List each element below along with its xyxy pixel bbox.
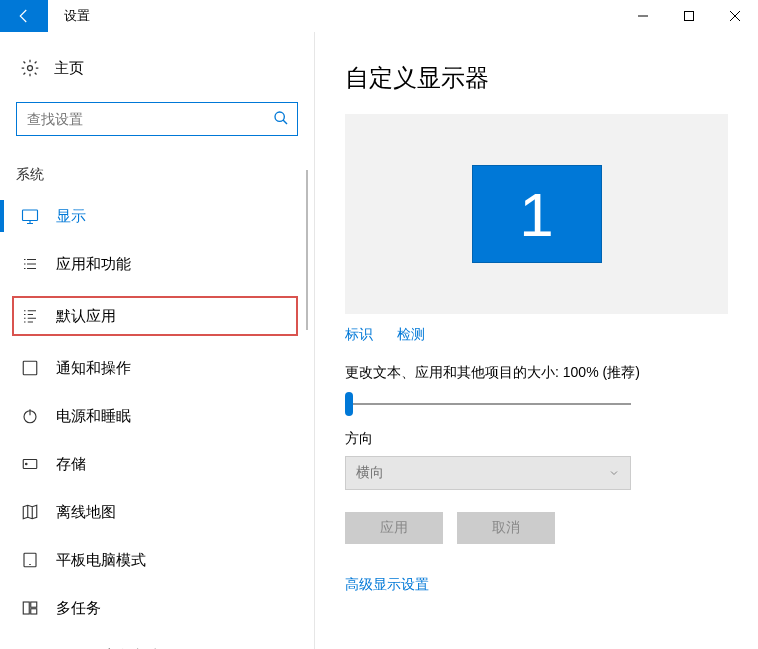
scale-slider[interactable] (345, 403, 631, 405)
multitask-icon (18, 599, 42, 617)
notify-icon (18, 359, 42, 377)
svg-rect-9 (23, 602, 29, 614)
close-icon (730, 11, 740, 21)
sidebar-item-label: 离线地图 (56, 503, 116, 522)
sidebar-item-label: 默认应用 (56, 307, 116, 326)
main-panel: 自定义显示器 1 标识 检测 更改文本、应用和其他项目的大小: 100% (推荐… (314, 32, 758, 649)
orientation-select[interactable]: 横向 (345, 456, 631, 490)
gear-icon (18, 58, 42, 78)
sidebar-item-tablet[interactable]: 平板电脑模式 (0, 536, 314, 584)
list-icon (18, 255, 42, 273)
chevron-down-icon (608, 467, 620, 479)
window-controls (620, 0, 758, 32)
identify-link[interactable]: 标识 (345, 326, 373, 344)
power-icon (18, 407, 42, 425)
search-box[interactable] (16, 102, 298, 136)
sidebar-item-power[interactable]: 电源和睡眠 (0, 392, 314, 440)
sidebar-item-label: 多任务 (56, 599, 101, 618)
svg-point-2 (275, 112, 284, 121)
home-link[interactable]: 主页 (0, 48, 314, 88)
minimize-button[interactable] (620, 0, 666, 32)
page-title: 自定义显示器 (345, 62, 728, 94)
orientation-label: 方向 (345, 430, 728, 448)
display-icon (18, 207, 42, 225)
svg-point-7 (26, 463, 28, 465)
storage-icon (18, 455, 42, 473)
orientation-value: 横向 (356, 464, 384, 482)
sidebar-item-label: 通知和操作 (56, 359, 131, 378)
svg-rect-3 (23, 210, 38, 221)
window-title: 设置 (64, 7, 620, 25)
sidebar-item-label: 平板电脑模式 (56, 551, 146, 570)
home-label: 主页 (54, 59, 84, 78)
detect-link[interactable]: 检测 (397, 326, 425, 344)
maximize-icon (684, 11, 694, 21)
apply-button: 应用 (345, 512, 443, 544)
display-actions: 标识 检测 (345, 326, 728, 344)
scale-label: 更改文本、应用和其他项目的大小: 100% (推荐) (345, 364, 728, 382)
sidebar-item-maps[interactable]: 离线地图 (0, 488, 314, 536)
sidebar-item-display[interactable]: 显示 (0, 192, 314, 240)
sidebar-item-default-apps[interactable]: 默认应用 (8, 292, 302, 340)
search-icon (273, 110, 289, 129)
sidebar: 主页 系统 显示 应用和功能 默认应用 通知和操作 电源和睡眠 (0, 32, 314, 649)
sidebar-item-project[interactable]: 投影到这台电脑 (0, 632, 314, 649)
sidebar-item-multitask[interactable]: 多任务 (0, 584, 314, 632)
search-input[interactable] (27, 111, 273, 127)
maximize-button[interactable] (666, 0, 712, 32)
title-bar: 设置 (0, 0, 758, 32)
sidebar-item-storage[interactable]: 存储 (0, 440, 314, 488)
sidebar-item-label: 电源和睡眠 (56, 407, 131, 426)
svg-rect-4 (23, 361, 37, 375)
minimize-icon (638, 11, 648, 21)
back-button[interactable] (0, 0, 48, 32)
sidebar-item-label: 应用和功能 (56, 255, 131, 274)
scroll-thumb[interactable] (306, 170, 308, 330)
map-icon (18, 503, 42, 521)
svg-rect-10 (31, 602, 37, 607)
sidebar-item-notifications[interactable]: 通知和操作 (0, 344, 314, 392)
sidebar-item-apps[interactable]: 应用和功能 (0, 240, 314, 288)
display-preview[interactable]: 1 (345, 114, 728, 314)
scrollbar[interactable] (306, 170, 308, 640)
svg-point-1 (28, 66, 33, 71)
monitor-tile[interactable]: 1 (472, 165, 602, 263)
svg-rect-0 (685, 12, 694, 21)
svg-rect-11 (31, 609, 37, 614)
arrow-left-icon (15, 7, 33, 25)
cancel-button: 取消 (457, 512, 555, 544)
tablet-icon (18, 551, 42, 569)
category-label: 系统 (0, 146, 314, 192)
close-button[interactable] (712, 0, 758, 32)
defaults-icon (18, 307, 42, 325)
sidebar-item-label: 存储 (56, 455, 86, 474)
sidebar-item-label: 显示 (56, 207, 86, 226)
button-row: 应用 取消 (345, 512, 728, 544)
advanced-display-link[interactable]: 高级显示设置 (345, 576, 728, 594)
